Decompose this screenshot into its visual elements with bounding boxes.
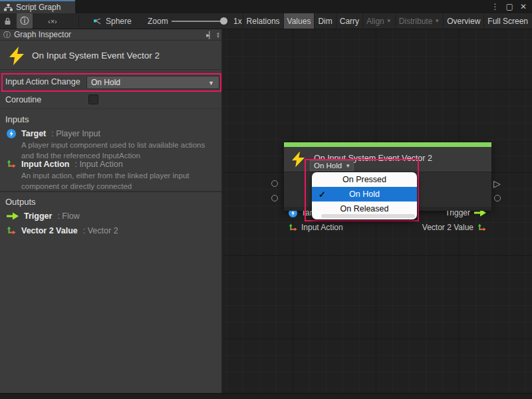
chevron-down-icon: ▼ [386,18,392,24]
values-button[interactable]: Values [283,13,315,29]
input-action-change-label: Input Action Change [5,77,80,86]
menu-item-on-hold[interactable]: ✓ On Hold [312,187,417,201]
dock-panel-icon[interactable]: ▸▏ [206,31,213,39]
toolbar-button-group: Relations Values Dim Carry Align▼ Distri… [243,13,531,29]
panel-scroll-arrows[interactable]: ▲ ▼ [216,32,220,39]
input-action-row: Input Action : Input Action [7,160,123,169]
inspector-header: ⓘ Graph Inspector ▸▏ ▲ ▼ [0,29,221,41]
input-target-desc: A player input component used to list av… [21,140,218,161]
menu-scroll-hint [321,214,415,218]
zoom-slider-handle[interactable] [220,17,227,25]
chevron-down-icon: ▼ [434,18,440,24]
dropdown-arrow-icon: ▼ [208,80,214,86]
inspector-toggle-button[interactable]: ⓘ [17,13,33,29]
unit-title-block: On Input System Event Vector 2 [0,41,221,70]
divider [0,191,221,192]
close-icon[interactable]: ✕ [520,2,527,11]
coroutine-label: Coroutine [5,95,41,104]
inputs-heading: Inputs [5,114,29,124]
event-bolt-icon [9,47,24,65]
window-bottom-edge [0,393,532,399]
zoom-slider-track[interactable] [172,21,227,22]
player-input-icon [7,129,16,138]
graph-toolbar: ⓘ ‹×› Sphere Zoom 1x Relations Values Di… [0,13,532,29]
input-action-icon [289,223,297,232]
input-target-row: Target : Player Input [7,129,100,138]
script-graph-icon [4,4,13,11]
info-icon: ⓘ [21,15,29,27]
tab-script-graph[interactable]: Script Graph [0,0,75,13]
node-event-dropdown[interactable]: On Hold ▼ [310,160,354,171]
code-view-icon[interactable]: ‹×› [48,13,57,29]
scroll-down-icon[interactable]: ▼ [216,35,220,39]
output-trigger-row: Trigger : Flow [7,211,80,221]
window-menu-icon[interactable]: ⋮ [491,2,499,11]
event-bolt-icon [292,151,305,168]
check-icon: ✓ [319,190,326,200]
graph-context-label: Sphere [106,17,132,26]
toolbar-separator [78,15,79,27]
vector2-icon [7,226,16,235]
tab-label: Script Graph [16,3,61,12]
distribute-button[interactable]: Distribute▼ [395,13,444,29]
outputs-heading: Outputs [5,197,36,207]
tab-strip: Script Graph ⋮ ▢ ✕ [0,0,532,13]
maximize-icon[interactable]: ▢ [506,2,513,11]
carry-button[interactable]: Carry [336,13,362,29]
vector2-icon [477,223,486,232]
node-port-vector2-value[interactable]: Vector 2 Value [422,223,486,232]
target-input-port[interactable] [271,180,278,187]
info-icon: ⓘ [3,30,11,40]
full-screen-button[interactable]: Full Screen [483,13,531,29]
flow-arrow-icon [7,212,19,220]
dim-button[interactable]: Dim [314,13,335,29]
graph-context-breadcrumb[interactable]: Sphere [93,13,132,29]
menu-item-on-pressed[interactable]: On Pressed [312,172,417,187]
unit-title: On Input System Event Vector 2 [32,51,160,61]
input-action-input-port[interactable] [271,195,278,201]
lock-icon[interactable] [4,13,11,29]
trigger-output-port[interactable]: ▷ [493,179,501,188]
node-color-strip [284,142,491,147]
input-action-change-dropdown[interactable]: On Hold ▼ [86,76,219,89]
graph-inspector-panel: ⓘ Graph Inspector ▸▏ ▲ ▼ On Input System… [0,29,223,393]
event-options-menu: On Pressed ✓ On Hold On Released [312,172,417,219]
divider [0,108,221,109]
vector2-output-port[interactable] [494,195,501,201]
output-vector2-row: Vector 2 Value : Vector 2 [7,226,118,235]
dropdown-arrow-icon: ▼ [345,163,350,169]
input-action-desc: An input action, either from the linked … [21,171,218,192]
relations-button[interactable]: Relations [243,13,283,29]
zoom-value: 1x [233,13,242,29]
input-action-icon [7,160,16,169]
node-port-input-action[interactable]: Input Action [289,223,343,232]
overview-button[interactable]: Overview [443,13,483,29]
script-machine-icon [93,17,102,25]
coroutine-checkbox[interactable] [88,94,98,104]
zoom-label: Zoom [148,13,168,29]
window-controls: ⋮ ▢ ✕ [491,0,529,13]
align-button[interactable]: Align▼ [362,13,395,29]
inspector-title: Graph Inspector [14,30,71,39]
